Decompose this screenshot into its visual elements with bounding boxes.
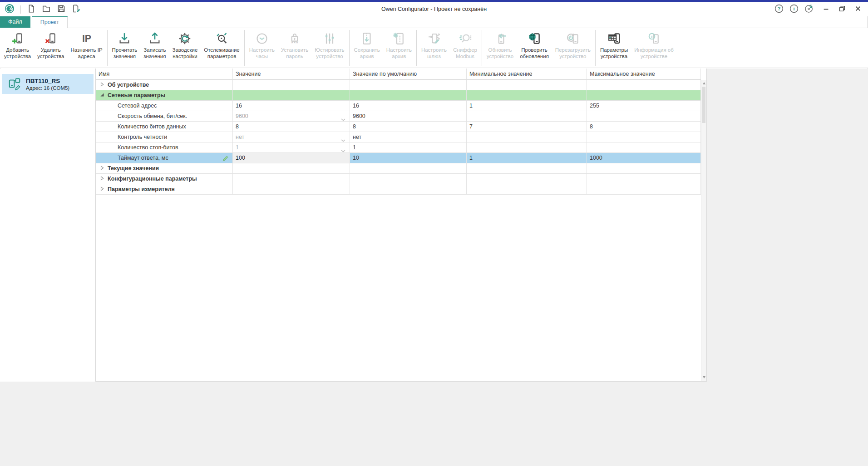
factory-settings-button[interactable]: Заводскиенастройки (169, 28, 201, 59)
parameter-row[interactable]: Количество стоп-битов11 (96, 142, 701, 153)
cell-name[interactable]: Количество битов данных (96, 122, 233, 132)
new-project-button[interactable] (27, 4, 36, 15)
cell-max[interactable] (587, 132, 701, 142)
parameter-row[interactable]: Скорость обмена, бит/сек.96009600 (96, 111, 701, 122)
check-updates-button[interactable]: Проверитьобновления (517, 28, 552, 59)
parameter-row[interactable]: Сетевой адрес16161255 (96, 101, 701, 111)
cell-max[interactable] (587, 142, 701, 153)
cell-default[interactable]: 9600 (350, 111, 467, 122)
chevron-down-icon[interactable] (341, 146, 345, 153)
parameter-row[interactable]: Количество битов данных8878 (96, 122, 701, 132)
toolbar-button-label: Прочитать (112, 47, 138, 54)
about-button[interactable]: i (789, 4, 799, 15)
cell-min[interactable]: 1 (467, 153, 587, 163)
group-row[interactable]: Параметры измерителя (96, 184, 701, 195)
cell-value[interactable]: 9600 (233, 111, 350, 122)
expand-arrow-icon[interactable] (100, 163, 104, 173)
device-parameters-button[interactable]: Параметрыустройства (597, 28, 631, 59)
cell-default[interactable]: 10 (350, 153, 467, 163)
cell-default[interactable]: 16 (350, 101, 467, 111)
cell-default[interactable]: 8 (350, 122, 467, 132)
device-list-item[interactable]: ПВТ110_RS Адрес: 16 (COM5) (2, 74, 94, 94)
restore-button[interactable] (838, 5, 846, 14)
save-project-as-button[interactable] (72, 4, 81, 15)
collapse-arrow-icon[interactable] (100, 90, 104, 100)
toolbar-button-label: архив (360, 54, 374, 60)
cell-min[interactable]: 1 (467, 101, 587, 111)
cell-default[interactable]: 1 (350, 142, 467, 153)
cell-min[interactable] (467, 132, 587, 142)
monitor-parameters-button[interactable]: Отслеживаниепараметров (201, 28, 242, 59)
cell-min[interactable] (467, 142, 587, 153)
delete-devices-button[interactable]: Удалитьустройства (34, 28, 67, 59)
cell-min[interactable] (467, 111, 587, 122)
cell-max[interactable]: 8 (587, 122, 701, 132)
expand-arrow-icon[interactable] (100, 174, 104, 184)
cell-name[interactable]: Скорость обмена, бит/сек. (96, 111, 233, 122)
cell-empty (467, 163, 587, 174)
chevron-down-icon[interactable] (341, 135, 345, 142)
save-archive-icon (360, 31, 374, 46)
chevron-down-icon[interactable] (341, 114, 345, 122)
group-row[interactable]: Текущие значения (96, 163, 701, 174)
read-values-button[interactable]: Прочитатьзначения (109, 28, 141, 59)
cell-name[interactable]: Количество стоп-битов (96, 142, 233, 153)
toolbar-button-label: параметров (207, 54, 237, 60)
scrollbar-thumb[interactable] (702, 87, 705, 123)
edit-pencil-icon (222, 155, 229, 163)
parameter-row[interactable]: Контроль четностинетнет (96, 132, 701, 142)
cell-value[interactable]: 16 (233, 101, 350, 111)
write-values-button[interactable]: Записатьзначения (140, 28, 169, 59)
remove-device-icon (44, 31, 58, 46)
cell-default[interactable]: нет (350, 132, 467, 142)
group-row[interactable]: Конфигурационные параметры (96, 174, 701, 184)
tab-file[interactable]: Файл (0, 16, 30, 28)
cell-value[interactable]: нет (233, 132, 350, 142)
cell-name[interactable]: Сетевые параметры (96, 90, 233, 101)
group-row[interactable]: Об устройстве (96, 80, 701, 90)
scroll-up-arrow[interactable] (701, 80, 706, 86)
add-devices-button[interactable]: Добавитьустройства (1, 28, 34, 59)
cell-value[interactable]: 100 (233, 153, 350, 163)
toolbar-separator (595, 30, 596, 66)
help-button[interactable]: ? (774, 4, 784, 15)
cell-max[interactable]: 255 (587, 101, 701, 111)
expand-arrow-icon[interactable] (100, 80, 104, 90)
toolbar-button-label: настройки (173, 54, 197, 60)
cell-name[interactable]: Об устройстве (96, 80, 233, 90)
cell-max[interactable] (587, 111, 701, 122)
group-row[interactable]: Сетевые параметры (96, 90, 701, 101)
cell-min[interactable]: 7 (467, 122, 587, 132)
cell-empty (467, 90, 587, 101)
restore-icon (838, 5, 846, 14)
app-logo-icon (5, 4, 15, 15)
toolbar-button-label: устройства (601, 54, 627, 60)
minimize-button[interactable] (823, 5, 830, 14)
toolbar-button-label: Настроить (421, 47, 447, 54)
cell-value[interactable]: 8 (233, 122, 350, 132)
svg-text:?: ? (778, 5, 781, 11)
cell-name[interactable]: Контроль четности (96, 132, 233, 142)
cell-name[interactable]: Таймаут ответа, мс (96, 153, 233, 163)
tab-project[interactable]: Проект (32, 16, 68, 28)
check-app-update-button[interactable] (804, 4, 814, 15)
vertical-scrollbar[interactable] (701, 80, 706, 381)
cell-value[interactable]: 1 (233, 142, 350, 153)
cell-name[interactable]: Конфигурационные параметры (96, 174, 233, 184)
toolbar-button-label: адреса (78, 54, 95, 60)
cell-max[interactable]: 1000 (587, 153, 701, 163)
save-project-button[interactable] (57, 4, 66, 15)
toolbar-button-label: часы (256, 54, 268, 60)
open-project-button[interactable] (42, 4, 51, 15)
parameter-name: Количество битов данных (118, 123, 186, 130)
open-project-icon (42, 4, 51, 15)
scroll-down-arrow[interactable] (701, 374, 706, 380)
cell-name[interactable]: Текущие значения (96, 163, 233, 174)
expand-arrow-icon[interactable] (100, 184, 104, 194)
parameter-row[interactable]: Таймаут ответа, мс1001011000 (96, 153, 701, 163)
cell-name[interactable]: Сетевой адрес (96, 101, 233, 111)
cell-name[interactable]: Параметры измерителя (96, 184, 233, 195)
assign-ip-button[interactable]: IPНазначить IPадреса (68, 28, 106, 59)
configure-archive-button: Настроитьархив (383, 28, 415, 59)
close-button[interactable] (854, 5, 862, 14)
